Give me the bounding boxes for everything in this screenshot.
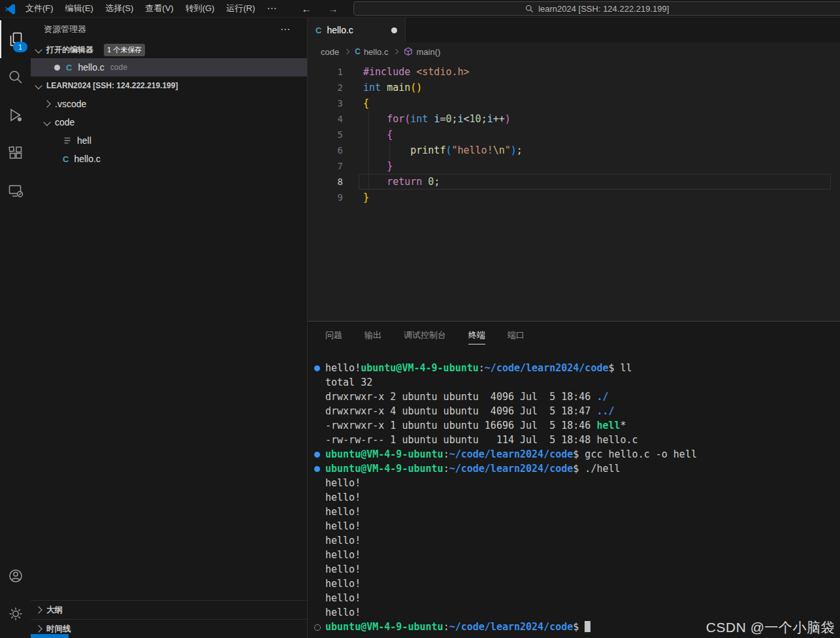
timeline-section[interactable]: 时间线 bbox=[31, 619, 307, 638]
command-center[interactable]: learn2024 [SSH: 124.222.219.199] bbox=[353, 1, 840, 16]
line-number[interactable]: 9 bbox=[308, 190, 343, 205]
symbol-method-icon bbox=[404, 47, 413, 56]
terminal-line: hello! bbox=[325, 591, 840, 605]
command-decoration-icon[interactable] bbox=[314, 624, 321, 631]
code-line[interactable]: 5 { bbox=[308, 127, 840, 143]
terminal-line: ubuntu@VM-4-9-ubuntu:~/code/learn2024/co… bbox=[325, 447, 840, 462]
c-file-icon: C bbox=[355, 47, 361, 56]
terminal[interactable]: hello!ubuntu@VM-4-9-ubuntu:~/code/learn2… bbox=[308, 349, 840, 638]
terminal-line: hello! bbox=[325, 490, 840, 505]
command-decoration-icon[interactable] bbox=[314, 466, 320, 472]
folder-label: .vscode bbox=[55, 99, 86, 109]
code-line[interactable]: 3{ bbox=[308, 95, 840, 111]
chevron-right-icon bbox=[43, 100, 50, 107]
back-icon[interactable]: ← bbox=[301, 3, 311, 14]
code-line[interactable]: 2int main() bbox=[308, 80, 840, 95]
code-editor[interactable]: 1#include <stdio.h>2int main()3{4 for(in… bbox=[308, 61, 840, 321]
open-editor-label: hello.c bbox=[78, 62, 104, 73]
tab-label: hello.c bbox=[327, 25, 353, 35]
file-icon bbox=[63, 136, 72, 145]
tree-item-code[interactable]: code bbox=[31, 113, 307, 131]
menu-file[interactable]: 文件(F) bbox=[20, 3, 59, 14]
outline-section[interactable]: 大纲 bbox=[31, 600, 307, 619]
terminal-line: hello!ubuntu@VM-4-9-ubuntu:~/code/learn2… bbox=[325, 361, 840, 375]
command-decoration-icon[interactable] bbox=[314, 365, 320, 371]
terminal-line: hello! bbox=[325, 476, 840, 490]
modified-dot-icon[interactable] bbox=[54, 65, 60, 71]
terminal-line: drwxrwxr-x 4 ubuntu ubuntu 4096 Jul 5 18… bbox=[325, 404, 840, 418]
breadcrumb-folder[interactable]: code bbox=[321, 47, 339, 57]
line-number[interactable]: 7 bbox=[308, 158, 343, 174]
activitybar-account[interactable] bbox=[0, 557, 31, 595]
line-number[interactable]: 6 bbox=[308, 143, 343, 158]
line-number[interactable]: 1 bbox=[308, 64, 343, 80]
breadcrumb-symbol-label: main() bbox=[416, 47, 440, 57]
open-editors-section[interactable]: 打开的编辑器 1 个未保存 bbox=[31, 41, 307, 58]
open-editor-description: code bbox=[110, 63, 127, 72]
menu-edit[interactable]: 编辑(E) bbox=[59, 3, 99, 14]
activitybar-remote-explorer[interactable] bbox=[0, 172, 31, 210]
code-line-content: printf("hello!\n"); bbox=[343, 143, 523, 158]
menu-goto[interactable]: 转到(G) bbox=[180, 3, 221, 14]
code-line[interactable]: 1#include <stdio.h> bbox=[308, 64, 840, 80]
tree-item-hello-c[interactable]: C hello.c bbox=[31, 150, 307, 168]
chevron-right-icon bbox=[393, 49, 398, 54]
breadcrumb-symbol[interactable]: main() bbox=[404, 47, 440, 57]
code-line[interactable]: 4 for(int i=0;i<10;i++) bbox=[308, 111, 840, 127]
panel-tab-debug-console[interactable]: 调试控制台 bbox=[404, 322, 446, 349]
code-line[interactable]: 7 } bbox=[308, 158, 840, 174]
panel-tab-ports[interactable]: 端口 bbox=[508, 322, 525, 349]
tree-item-vscode[interactable]: .vscode bbox=[31, 95, 307, 113]
menu-view[interactable]: 查看(V) bbox=[139, 3, 179, 14]
c-file-icon: C bbox=[63, 154, 69, 164]
line-number[interactable]: 2 bbox=[308, 80, 343, 95]
activity-bar: 1 bbox=[0, 18, 31, 638]
c-file-icon: C bbox=[66, 63, 72, 73]
breadcrumb-file[interactable]: C hello.c bbox=[355, 47, 388, 57]
code-line-content: { bbox=[343, 127, 393, 143]
panel-tab-terminal[interactable]: 终端 bbox=[468, 322, 485, 349]
code-lines: 1#include <stdio.h>2int main()3{4 for(in… bbox=[308, 64, 840, 205]
line-number[interactable]: 4 bbox=[308, 111, 343, 127]
line-number[interactable]: 8 bbox=[308, 174, 343, 190]
code-line[interactable]: 9} bbox=[308, 190, 840, 205]
activitybar-explorer[interactable]: 1 bbox=[0, 20, 31, 58]
command-decoration-icon[interactable] bbox=[314, 452, 320, 458]
panel-tab-output[interactable]: 输出 bbox=[364, 322, 381, 349]
code-line-content: } bbox=[343, 158, 393, 174]
workspace-label: LEARN2024 [SSH: 124.222.219.199] bbox=[46, 81, 178, 90]
line-number[interactable]: 5 bbox=[308, 127, 343, 143]
terminal-line: hello! bbox=[325, 519, 840, 533]
terminal-line: ubuntu@VM-4-9-ubuntu:~/code/learn2024/co… bbox=[325, 462, 840, 476]
open-editor-hello-c[interactable]: C hello.c code bbox=[31, 58, 307, 76]
chevron-right-icon bbox=[35, 625, 42, 632]
status-bar-remote-fragment[interactable] bbox=[31, 634, 69, 638]
tab-hello-c[interactable]: C hello.c bbox=[308, 18, 406, 42]
code-line-content: { bbox=[343, 95, 369, 111]
menu-overflow-icon[interactable]: ⋯ bbox=[261, 3, 283, 14]
activitybar-settings[interactable] bbox=[0, 595, 31, 633]
tree-item-hell[interactable]: hell bbox=[31, 131, 307, 150]
activitybar-extensions[interactable] bbox=[0, 134, 31, 172]
terminal-line: hello! bbox=[325, 605, 840, 620]
code-line[interactable]: 8 return 0; bbox=[308, 174, 840, 190]
modified-dot-icon[interactable] bbox=[391, 27, 397, 33]
views-actions-icon[interactable]: ⋯ bbox=[280, 24, 291, 35]
code-line-content: int main() bbox=[343, 80, 422, 95]
code-line[interactable]: 6 printf("hello!\n"); bbox=[308, 143, 840, 158]
activitybar-search[interactable] bbox=[0, 58, 31, 96]
workspace-section[interactable]: LEARN2024 [SSH: 124.222.219.199] bbox=[31, 76, 307, 95]
unsaved-badge: 1 个未保存 bbox=[104, 44, 145, 56]
terminal-line: hello! bbox=[325, 533, 840, 548]
menu-run[interactable]: 运行(R) bbox=[220, 3, 261, 14]
gear-icon bbox=[7, 605, 24, 622]
menu-selection[interactable]: 选择(S) bbox=[99, 3, 139, 14]
activitybar-run-debug[interactable] bbox=[0, 96, 31, 134]
terminal-line: total 32 bbox=[325, 375, 840, 390]
forward-icon[interactable]: → bbox=[328, 3, 338, 14]
terminal-line: -rw-rw-r-- 1 ubuntu ubuntu 114 Jul 5 18:… bbox=[325, 433, 840, 447]
panel: 问题 输出 调试控制台 终端 端口 hello!ubuntu@VM-4-9-ub… bbox=[308, 321, 840, 638]
line-number[interactable]: 3 bbox=[308, 95, 343, 111]
extensions-icon bbox=[7, 144, 24, 161]
panel-tab-problems[interactable]: 问题 bbox=[325, 322, 342, 349]
